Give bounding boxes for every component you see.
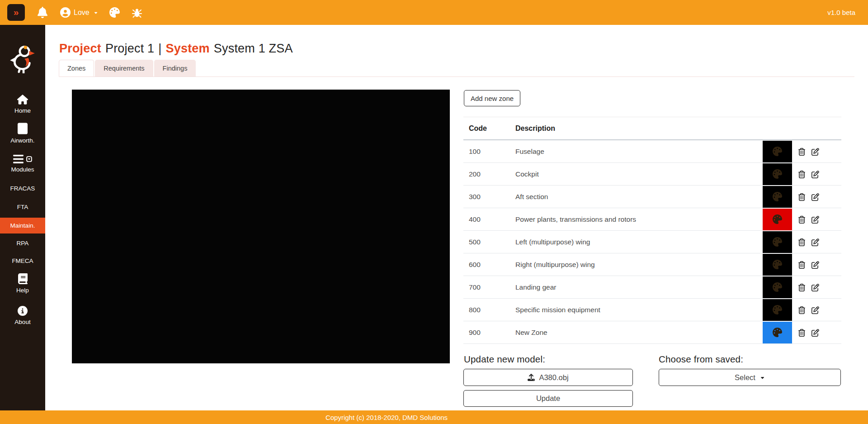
zone-color-swatch[interactable]	[763, 322, 792, 343]
edit-zone-button[interactable]	[811, 148, 819, 156]
edit-zone-button[interactable]	[811, 261, 819, 269]
delete-zone-button[interactable]	[798, 306, 806, 314]
user-menu[interactable]: Love	[60, 7, 98, 18]
sidebar-item-label: Modules	[11, 166, 34, 173]
column-header-code: Code	[463, 117, 510, 140]
palette-icon	[773, 305, 782, 314]
zones-table: CodeDescription 100 Fuselage 200 Cockpit	[463, 117, 841, 344]
title-separator: |	[158, 42, 161, 56]
zone-color-swatch[interactable]	[763, 186, 792, 208]
tab-findings[interactable]: Findings	[154, 60, 196, 76]
edit-zone-button[interactable]	[811, 306, 819, 314]
copyright-text: Copyright (c) 2018-2020, DMD Solutions	[326, 414, 448, 421]
sidebar-item-label: Maintain.	[10, 222, 35, 229]
edit-zone-button[interactable]	[811, 284, 819, 291]
delete-zone-button[interactable]	[798, 329, 806, 337]
edit-icon	[811, 216, 819, 224]
zone-table-row: 600 Right (multipurpose) wing	[463, 253, 841, 276]
delete-zone-button[interactable]	[798, 148, 806, 156]
zone-code: 300	[463, 186, 510, 208]
trash-icon	[798, 238, 806, 246]
palette-icon	[773, 214, 782, 224]
model-file-button[interactable]: A380.obj	[463, 369, 633, 386]
zone-color-swatch[interactable]	[763, 141, 792, 162]
zone-color-swatch[interactable]	[763, 254, 792, 276]
zone-color-swatch[interactable]	[763, 209, 792, 230]
sidebar-item-airworth[interactable]: Airworth.	[0, 123, 45, 144]
zone-table-row: 900 New Zone	[463, 321, 841, 344]
trash-icon	[798, 329, 806, 337]
zone-description: Aft section	[510, 186, 763, 208]
sidebar-item-modules[interactable]: Modules	[0, 155, 45, 173]
footer: Copyright (c) 2018-2020, DMD Solutions	[0, 410, 868, 424]
edit-zone-button[interactable]	[811, 193, 819, 201]
zone-description: Right (multipurpose) wing	[510, 253, 763, 276]
sidebar-toggle-button[interactable]: »	[7, 4, 25, 21]
zone-table-row: 300 Aft section	[463, 186, 841, 208]
double-chevron-right-icon: »	[14, 7, 19, 17]
model-viewport[interactable]	[72, 90, 450, 363]
zone-color-swatch[interactable]	[763, 276, 792, 298]
zones-table-header: CodeDescription	[463, 117, 841, 140]
book-icon	[18, 273, 28, 284]
delete-zone-button[interactable]	[798, 284, 806, 291]
upload-icon	[528, 374, 535, 381]
update-model-button[interactable]: Update	[463, 390, 633, 407]
zone-code: 400	[463, 208, 510, 231]
edit-icon	[811, 238, 819, 246]
delete-zone-button[interactable]	[798, 171, 806, 178]
zone-code: 200	[463, 163, 510, 186]
edit-icon	[811, 171, 819, 178]
sidebar-item-label: FRACAS	[10, 185, 35, 192]
palette-icon	[773, 237, 782, 247]
zone-color-swatch[interactable]	[763, 231, 792, 253]
notifications-bell-icon[interactable]	[37, 7, 48, 18]
zone-color-swatch[interactable]	[763, 299, 792, 321]
edit-zone-button[interactable]	[811, 329, 819, 337]
choose-saved-label: Choose from saved:	[659, 354, 743, 365]
app-logo-bird-icon[interactable]	[8, 43, 38, 73]
add-new-zone-button[interactable]: Add new zone	[464, 90, 520, 106]
saved-model-select[interactable]: Select	[659, 369, 841, 386]
sidebar-item-fracas[interactable]: FRACAS	[0, 185, 45, 192]
top-navbar: » Love v1.0 beta	[0, 0, 868, 25]
zone-description: Left (multipurpose) wing	[510, 231, 763, 253]
app-window: » Love v1.0 beta HomeAirworth.ModulesFRA…	[0, 0, 868, 424]
tab-zones[interactable]: Zones	[59, 60, 94, 76]
sidebar-item-fta[interactable]: FTA	[0, 204, 45, 210]
delete-zone-button[interactable]	[798, 238, 806, 246]
zone-description: Power plants, transmissions and rotors	[510, 208, 763, 231]
tab-requirements[interactable]: Requirements	[95, 60, 153, 76]
theme-palette-icon[interactable]	[109, 7, 120, 18]
bug-report-icon[interactable]	[132, 7, 142, 18]
zone-table-row: 500 Left (multipurpose) wing	[463, 231, 841, 253]
edit-icon	[811, 306, 819, 314]
project-label: Project	[59, 42, 101, 56]
sidebar-item-fmeca[interactable]: FMECA	[0, 257, 45, 264]
column-header-empty	[792, 117, 841, 140]
sidebar-item-home[interactable]: Home	[0, 95, 45, 114]
sidebar-item-maintain[interactable]: Maintain.	[0, 218, 45, 233]
user-name-label: Love	[74, 9, 90, 17]
caret-box-icon	[26, 156, 32, 162]
sidebar-item-help[interactable]: Help	[0, 273, 45, 294]
edit-zone-button[interactable]	[811, 216, 819, 224]
edit-zone-button[interactable]	[811, 238, 819, 246]
sidebar-nav: HomeAirworth.ModulesFRACASFTAMaintain.RP…	[0, 73, 45, 325]
edit-zone-button[interactable]	[811, 171, 819, 178]
zone-code: 600	[463, 253, 510, 276]
zone-color-swatch[interactable]	[763, 163, 792, 185]
caret-down-icon	[760, 375, 765, 380]
trash-icon	[798, 171, 806, 178]
zone-description: Fuselage	[510, 140, 763, 163]
delete-zone-button[interactable]	[798, 261, 806, 269]
trash-icon	[798, 261, 806, 269]
delete-zone-button[interactable]	[798, 216, 806, 224]
sidebar-item-rpa[interactable]: RPA	[0, 240, 45, 247]
zone-table-row: 700 Landing gear	[463, 276, 841, 299]
trash-icon	[798, 216, 806, 224]
zone-code: 800	[463, 299, 510, 321]
sidebar-item-about[interactable]: About	[0, 306, 45, 325]
delete-zone-button[interactable]	[798, 193, 806, 201]
sidebar-item-label: Airworth.	[10, 137, 34, 144]
